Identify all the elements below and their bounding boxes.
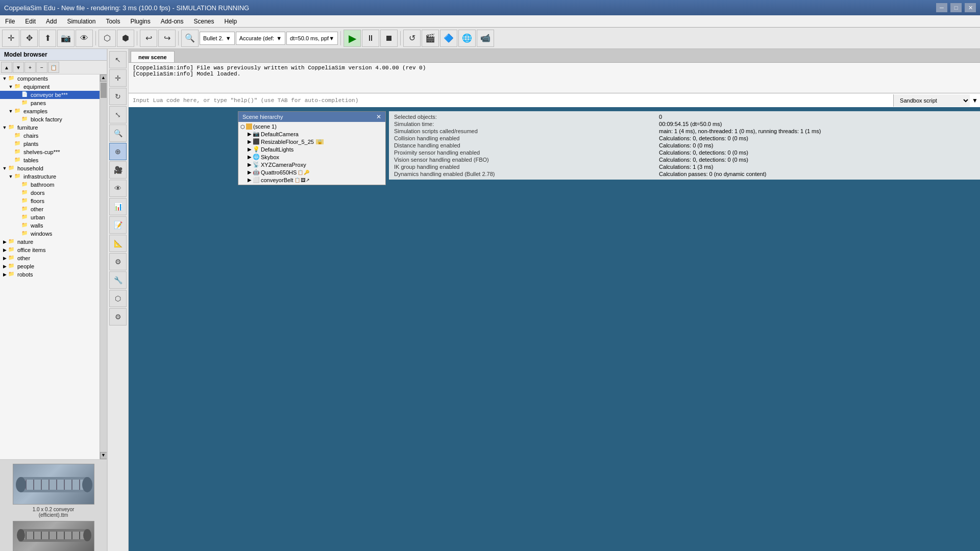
sh-resizablefloor[interactable]: ▶ ⬛ ResizableFloor_5_25 🔒	[239, 138, 384, 145]
toolbar-up-btn[interactable]: ⬆	[39, 30, 56, 47]
pause-button[interactable]: ⏸	[362, 30, 379, 47]
tool-calc[interactable]: 📐	[109, 235, 127, 252]
lt-copy-btn[interactable]: 📋	[48, 62, 59, 73]
tree-shelves[interactable]: 📁 shelves-cup***	[0, 148, 100, 156]
lt-expand-btn[interactable]: +	[24, 62, 36, 73]
toolbar-obj-btn[interactable]: ⬡	[99, 30, 116, 47]
menu-addons[interactable]: Add-ons	[156, 17, 189, 26]
minimize-button[interactable]: ─	[936, 3, 947, 12]
sh-defaultcamera[interactable]: ▶ 📷 DefaultCamera	[239, 130, 384, 138]
menu-plugins[interactable]: Plugins	[125, 17, 155, 26]
menu-help[interactable]: Help	[219, 17, 242, 26]
tree-doors[interactable]: 📁 doors	[0, 189, 100, 197]
tree-furniture[interactable]: ▼ 📁 furniture	[0, 123, 100, 132]
tree-tables[interactable]: 📁 tables	[0, 156, 100, 164]
expander-furniture[interactable]: ▼	[1, 124, 8, 131]
toolbar-redo-btn[interactable]: ↪	[158, 30, 176, 47]
tree-plants[interactable]: 📁 plants	[0, 140, 100, 148]
tree-other[interactable]: ▶ 📁 other	[0, 254, 100, 262]
toolbar-record-btn[interactable]: 📹	[477, 30, 494, 47]
lua-input[interactable]	[129, 94, 893, 107]
toolbar-search-btn[interactable]: 🔍	[181, 30, 199, 47]
lt-collapse-btn[interactable]: −	[36, 62, 47, 73]
tree-chairs[interactable]: 📁 chairs	[0, 132, 100, 140]
tree-equipment[interactable]: ▼ 📁 equipment	[0, 83, 100, 91]
toolbar-rotate-btn[interactable]: ↺	[403, 30, 421, 47]
toolbar-camera-btn[interactable]: 📷	[57, 30, 75, 47]
expander-infrastructure[interactable]: ▼	[7, 173, 14, 180]
tool-zoom-in[interactable]: 🔍	[109, 124, 127, 142]
stop-button[interactable]: ⏹	[380, 30, 398, 47]
tree-nature[interactable]: ▶ 📁 nature	[0, 238, 100, 246]
toolbar-eye-btn[interactable]: 👁	[76, 30, 93, 47]
lt-up-btn[interactable]: ▲	[1, 62, 12, 73]
menu-edit[interactable]: Edit	[20, 17, 41, 26]
tree-block-factory[interactable]: 📁 block factory	[0, 115, 100, 123]
tree-people[interactable]: ▶ 📁 people	[0, 262, 100, 270]
calc-mode-dropdown[interactable]: Accurate (def: ▼	[236, 32, 285, 45]
toolbar-render-btn[interactable]: 🌐	[458, 30, 476, 47]
sandbox-dropdown-arrow[interactable]: ▼	[970, 97, 980, 104]
toolbar-move-btn[interactable]: ✥	[20, 30, 38, 47]
tool-camera-pan[interactable]: 🎥	[109, 161, 127, 179]
scene-hierarchy-close[interactable]: ✕	[376, 113, 381, 120]
tree-urban[interactable]: 📁 urban	[0, 213, 100, 221]
tool-extra2[interactable]: ⬡	[109, 290, 127, 307]
tool-graph[interactable]: 📊	[109, 198, 127, 215]
tool-dynamics[interactable]: ⚙	[109, 253, 127, 270]
toolbar-wire-btn[interactable]: 🔷	[440, 30, 457, 47]
tree-examples[interactable]: ▼ 📁 examples	[0, 107, 100, 115]
sh-quattro650hs[interactable]: ▶ 🤖 Quattro650HS 📋 🔑	[239, 168, 384, 176]
tree-scrollbar[interactable]: ▲ ▼	[100, 74, 107, 459]
menu-simulation[interactable]: Simulation	[62, 17, 101, 26]
physics-engine-dropdown[interactable]: Bullet 2. ▼	[200, 32, 235, 45]
tree-components[interactable]: ▼ 📁 components	[0, 74, 100, 83]
scroll-down-arrow[interactable]: ▼	[100, 452, 107, 459]
tree-household[interactable]: ▼ 📁 household	[0, 164, 100, 172]
tree-floors[interactable]: 📁 floors	[0, 197, 100, 205]
tool-cursor[interactable]: ↖	[109, 51, 127, 68]
sh-defaultlights[interactable]: ▶ 💡 DefaultLights	[239, 145, 384, 153]
expander-household[interactable]: ▼	[1, 165, 8, 172]
toolbar-undo-btn[interactable]: ↩	[140, 30, 157, 47]
maximize-button[interactable]: □	[950, 3, 962, 12]
tool-scale-obj[interactable]: ⤡	[109, 106, 127, 123]
tool-move-obj[interactable]: ✛	[109, 69, 127, 87]
sandbox-script-dropdown[interactable]: Sandbox script	[893, 94, 970, 107]
play-button[interactable]: ▶	[344, 30, 361, 47]
tree-walls[interactable]: 📁 walls	[0, 221, 100, 230]
tool-extra1[interactable]: 🔧	[109, 271, 127, 289]
toolbar-joint-btn[interactable]: ⬢	[117, 30, 134, 47]
tab-new-scene[interactable]: new scene	[131, 51, 175, 62]
tree-windows[interactable]: 📁 windows	[0, 230, 100, 238]
sh-skybox[interactable]: ▶ 🌐 Skybox	[239, 153, 384, 161]
tree-other-infra[interactable]: 📁 other	[0, 205, 100, 213]
menu-add[interactable]: Add	[41, 17, 62, 26]
expander-components[interactable]: ▼	[1, 75, 8, 82]
sh-xyzcameraproxy[interactable]: ▶ 📡 XYZCameraProxy	[239, 161, 384, 168]
timestep-dropdown[interactable]: dt=50.0 ms, ppf▼	[286, 32, 338, 45]
tree-robots[interactable]: ▶ 📁 robots	[0, 270, 100, 279]
toolbar-select-btn[interactable]: ✛	[2, 30, 19, 47]
tool-rotate-obj[interactable]: ↻	[109, 88, 127, 105]
expander-equipment[interactable]: ▼	[7, 83, 14, 90]
tool-view[interactable]: 👁	[109, 180, 127, 197]
sh-conveyorbelt[interactable]: ▶ ⬜ conveyorBelt 📋 🖼 ↗	[239, 176, 384, 184]
scroll-up-arrow[interactable]: ▲	[100, 74, 107, 82]
menu-tools[interactable]: Tools	[101, 17, 125, 26]
toolbar-scene-btn[interactable]: 🎬	[422, 30, 439, 47]
tree-office[interactable]: ▶ 📁 office items	[0, 246, 100, 254]
tree-infrastructure[interactable]: ▼ 📁 infrastructure	[0, 172, 100, 181]
tool-extra3[interactable]: ⚙	[109, 308, 127, 325]
sh-scene1[interactable]: ⬡ (scene 1)	[239, 123, 384, 130]
menu-scenes[interactable]: Scenes	[189, 17, 219, 26]
scroll-thumb[interactable]	[101, 83, 107, 98]
tool-log[interactable]: 📝	[109, 216, 127, 234]
menu-file[interactable]: File	[0, 17, 20, 26]
tree-conveyor[interactable]: 📄 conveyor be***	[0, 91, 100, 99]
close-button[interactable]: ✕	[965, 3, 976, 12]
lt-down-btn[interactable]: ▼	[13, 62, 24, 73]
tree-bathroom[interactable]: 📁 bathroom	[0, 181, 100, 189]
tree-panes[interactable]: 📁 panes	[0, 99, 100, 107]
tool-select[interactable]: ⊕	[109, 143, 127, 160]
